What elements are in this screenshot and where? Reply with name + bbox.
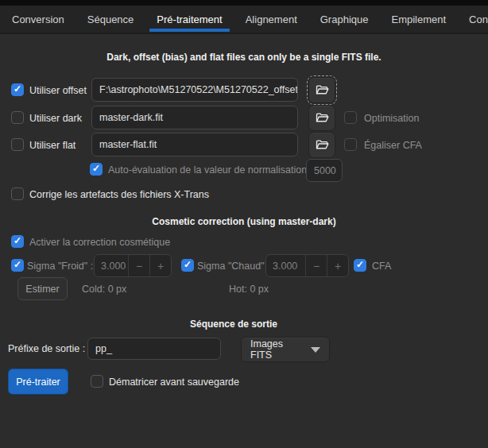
masters-note: Dark, offset (bias) and flat files can o… (0, 52, 488, 63)
tab-label: Empilement (391, 14, 446, 25)
browse-dark-button[interactable] (308, 105, 335, 131)
sigma-hot-spinner[interactable]: 3.000 − + (265, 254, 349, 277)
tab-conversion[interactable]: Conversion (12, 5, 64, 33)
use-offset-checkbox[interactable] (11, 83, 24, 96)
tab-pretraitement[interactable]: Pré-traitement (157, 5, 222, 33)
output-format-value: Images FITS (250, 338, 303, 361)
dark-optimisation-checkbox[interactable] (344, 111, 357, 124)
tab-label: Pré-traitement (157, 14, 222, 25)
hot-pixel-count: Hot: 0 px (229, 284, 269, 295)
sigma-cold-checkbox[interactable] (11, 259, 24, 272)
sigma-cold-label: Sigma "Froid" : (27, 261, 93, 272)
sigma-hot-label: Sigma "Chaud" : (197, 261, 270, 272)
use-dark-label: Utiliser dark (29, 113, 82, 124)
chevron-down-icon (311, 347, 320, 353)
tab-graphique[interactable]: Graphique (320, 5, 369, 33)
enable-cosmetic-label: Activer la correction cosmétique (29, 237, 170, 248)
equalize-cfa-label: Égaliser CFA (364, 140, 422, 151)
tab-bar: Conversion Séquence Pré-traitement Align… (0, 6, 488, 34)
use-dark-checkbox[interactable] (11, 111, 24, 124)
dark-optimisation-label: Optimisation (364, 113, 419, 124)
cfa-checkbox[interactable] (354, 259, 366, 272)
tab-label: Séquence (87, 14, 134, 25)
sigma-cold-spinner[interactable]: 3.000 − + (94, 254, 172, 277)
use-offset-label: Utiliser offset (29, 85, 87, 96)
tab-label: Graphique (320, 14, 369, 25)
sigma-hot-value: 3.000 (266, 255, 305, 276)
sigma-cold-decrement-button[interactable]: − (128, 255, 149, 276)
siril-preprocessing-panel: Conversion Séquence Pré-traitement Align… (0, 0, 488, 448)
use-flat-checkbox[interactable] (11, 138, 24, 151)
use-flat-label: Utiliser flat (29, 140, 76, 151)
active-tab-underline (149, 29, 229, 32)
xtrans-fix-label: Corrige les artefacts des fichiers X-Tra… (29, 189, 209, 200)
cold-pixel-count: Cold: 0 px (82, 284, 126, 295)
browse-flat-button[interactable] (308, 132, 335, 158)
output-section-title: Séquence de sortie (0, 319, 467, 330)
sigma-hot-checkbox[interactable] (181, 259, 194, 272)
sigma-cold-value: 3.000 (95, 255, 128, 276)
xtrans-fix-checkbox[interactable] (11, 187, 24, 200)
auto-eval-label: Auto-évaluation de la valeur de normalis… (108, 164, 307, 176)
tab-label: Console (469, 14, 488, 25)
output-format-dropdown[interactable]: Images FITS (241, 337, 330, 362)
tab-label: Alignement (246, 14, 297, 25)
normalisation-value-input[interactable]: 5000 (306, 159, 343, 182)
flat-path-input[interactable]: master-flat.fit (91, 133, 298, 156)
browse-offset-button[interactable] (308, 77, 335, 103)
folder-open-icon (316, 139, 329, 151)
sigma-cold-increment-button[interactable]: + (149, 255, 171, 276)
debayer-label: Dématricer avant sauvegarde (109, 377, 239, 388)
folder-open-icon (316, 84, 329, 96)
tab-sequence[interactable]: Séquence (87, 5, 134, 33)
cosmetic-section-title: Cosmetic correction (using master-dark) (0, 216, 488, 227)
cfa-label: CFA (372, 261, 391, 272)
estimate-button[interactable]: Estimer (17, 277, 68, 300)
offset-path-input[interactable]: F:\astrophoto\M51270522\M51270522_offset… (91, 78, 298, 102)
folder-open-icon (316, 112, 329, 124)
sigma-hot-decrement-button[interactable]: − (305, 255, 327, 276)
tab-alignement[interactable]: Alignement (246, 5, 297, 33)
enable-cosmetic-checkbox[interactable] (11, 235, 24, 248)
tab-empilement[interactable]: Empilement (391, 5, 446, 33)
tab-console[interactable]: Console (469, 5, 488, 33)
output-prefix-input[interactable]: pp_ (87, 338, 221, 360)
equalize-cfa-checkbox[interactable] (344, 138, 357, 151)
tab-label: Conversion (12, 14, 64, 25)
sigma-hot-increment-button[interactable]: + (327, 255, 348, 276)
output-prefix-label: Préfixe de sortie : (8, 343, 85, 354)
preprocess-button[interactable]: Pré-traiter (8, 369, 68, 395)
auto-eval-checkbox[interactable] (90, 163, 103, 176)
dark-path-input[interactable]: master-dark.fit (91, 106, 298, 129)
debayer-checkbox[interactable] (91, 375, 103, 388)
